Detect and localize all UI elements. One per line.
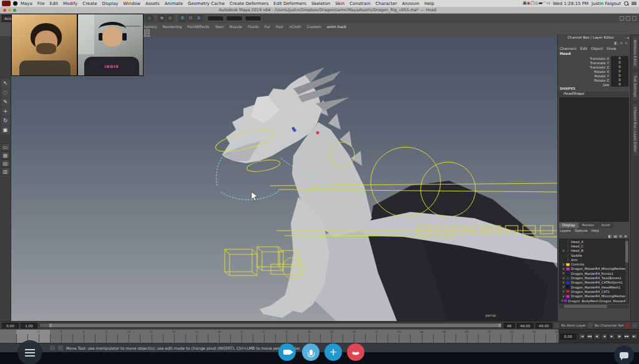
shelf-tab-anim-hack[interactable]: anim hack (327, 24, 346, 29)
layer-row-controls[interactable]: VControls (560, 262, 628, 266)
play-forward-button[interactable]: ▶ (608, 333, 615, 340)
layer-visibility-toggle[interactable]: V (561, 290, 566, 293)
menu-window[interactable]: Window (123, 1, 140, 6)
layer-color-swatch[interactable] (563, 299, 567, 302)
minimize-window-button[interactable] (8, 9, 11, 12)
layer-color-swatch[interactable] (566, 285, 570, 289)
attr-value-field[interactable]: 0 (611, 82, 628, 87)
rig-marker-blue[interactable] (293, 129, 296, 132)
menu-edit-deformers[interactable]: Edit Deformers (273, 1, 306, 6)
layer-color-swatch[interactable] (566, 263, 570, 266)
empty-layer-icon[interactable]: ▤ (613, 234, 617, 238)
anim-layer-label[interactable]: No Anim Layer (561, 323, 586, 327)
shelf-tab-fluids[interactable]: Fluids (248, 24, 259, 29)
menu-animate[interactable]: Animate (165, 1, 183, 6)
layer-visibility-toggle[interactable]: V (561, 295, 566, 298)
attr-value-field[interactable]: 0 (611, 74, 628, 78)
channel-menu-show[interactable]: Show (607, 47, 617, 50)
animation-start-field[interactable]: 0.00 (2, 323, 19, 328)
dragon-model[interactable] (222, 67, 557, 321)
battery-icon[interactable]: ▬ (539, 1, 543, 6)
layout-persp-outliner-icon[interactable]: ▤ (1, 160, 10, 167)
menu-maya[interactable]: Maya (21, 1, 32, 6)
step-back-frame-button[interactable]: ◀| (593, 333, 600, 340)
play-backward-button[interactable]: ◀ (601, 333, 608, 340)
go-to-start-button[interactable]: |◀ (578, 333, 585, 340)
layer-list-hscrollbar[interactable] (559, 304, 629, 309)
close-window-button[interactable] (3, 9, 6, 12)
channel-menu-edit[interactable]: Edit (580, 47, 587, 50)
layer-menu-help[interactable]: Help (592, 229, 599, 232)
attr-value-field[interactable]: 0 (611, 69, 628, 74)
layout-single-pane-icon[interactable]: ▭ (1, 143, 10, 151)
quick-select-field-3[interactable] (245, 16, 261, 21)
panel-menu-icon[interactable]: ▾ (627, 36, 629, 40)
playback-start-field[interactable]: 1.00 (21, 323, 37, 328)
layer-tab-render[interactable]: Render (579, 223, 598, 228)
menubar-user[interactable]: Justin Faigout (592, 1, 621, 6)
layer-visibility-toggle[interactable]: V (561, 263, 566, 266)
shelf-tab-toon[interactable]: Toon (215, 24, 223, 29)
menu-geometry-cache[interactable]: Geometry Cache (188, 1, 225, 6)
new-layer-icon[interactable]: ⊞ (619, 234, 622, 238)
video-call-button[interactable] (278, 343, 296, 361)
camera-label[interactable]: persp (485, 313, 496, 317)
construction-history-icon[interactable]: ⊙ (167, 15, 173, 22)
menu-skin[interactable]: Skin (335, 1, 344, 6)
apple-menu-icon[interactable] (13, 1, 17, 6)
layer-visibility-toggle[interactable]: V (561, 272, 566, 275)
channel-hyperbolic-icon[interactable]: ∿ (625, 41, 628, 46)
layer-list-scrollbar[interactable] (625, 239, 628, 303)
layer-row-dragon-masterr4-twistbones1[interactable]: VDragon_MasterR4_TwistBones1 (560, 275, 628, 280)
layer-row-head-a[interactable]: /Head_A (560, 239, 628, 244)
select-tool-icon[interactable]: ↖ (1, 79, 10, 88)
shelf-tab-ncloth[interactable]: nCloth (289, 24, 301, 29)
menu-constrain[interactable]: Constrain (349, 1, 371, 6)
layer-color-swatch[interactable]: / (566, 249, 570, 252)
workspace-button-3[interactable] (632, 16, 637, 21)
character-set-label[interactable]: No Character Set (595, 323, 623, 327)
shape-node-name[interactable]: HeadShape (558, 92, 628, 97)
viewport[interactable]: persp (11, 36, 557, 321)
chat-button[interactable] (614, 345, 634, 364)
paint-select-tool-icon[interactable]: ✎ (1, 98, 10, 107)
layer-visibility-toggle[interactable]: V (561, 249, 566, 252)
layer-visibility-toggle[interactable]: V (561, 281, 566, 284)
layer-row-dragon-masterr4-missingmeshes1[interactable]: VDragon_MasterR4_MissingMeshes1 (560, 267, 628, 271)
layer-visibility-toggle[interactable]: V (561, 277, 566, 280)
time-slider[interactable]: 2468101214161820222426283032343638404244… (0, 329, 559, 343)
spotlight-search-icon[interactable] (624, 1, 628, 6)
layer-row-dragon-masterr4-cat1[interactable]: VDragon_MasterR4_CAT1 (560, 289, 628, 294)
menu-create-deformers[interactable]: Create Deformers (230, 1, 268, 6)
shelf-tab-muscle[interactable]: Muscle (229, 24, 242, 29)
auto-keyframe-icon[interactable] (625, 323, 630, 328)
channel-menu-channels[interactable]: Channels (560, 47, 577, 50)
layer-color-swatch[interactable] (566, 277, 570, 280)
menu-modify[interactable]: Modify (63, 1, 77, 6)
attr-value-field[interactable]: 0 (611, 56, 628, 60)
command-line-icon[interactable] (50, 345, 55, 350)
animation-end-field[interactable]: 48.00 (535, 323, 552, 328)
layer-row-head-c[interactable]: /Head_C (560, 244, 628, 248)
new-layer-from-selected-icon[interactable]: ⊕ (624, 234, 627, 238)
step-back-key-button[interactable]: ◀◀ (586, 333, 593, 340)
menu-display[interactable]: Display (102, 1, 119, 6)
render-icon[interactable]: ⊞ (179, 15, 186, 22)
shelf-tab-hair[interactable]: Hair (276, 24, 283, 29)
range-end-handle-field[interactable]: 48 (504, 323, 515, 328)
rotate-tool-icon[interactable]: ↻ (1, 117, 10, 125)
menubar-clock[interactable]: Wed 1:28:15 PM (553, 1, 588, 6)
menu-file[interactable]: File (37, 1, 45, 6)
layer-color-swatch[interactable] (566, 281, 570, 284)
workspace-button-1[interactable] (620, 16, 624, 21)
go-to-end-button[interactable]: ▶| (631, 333, 638, 340)
menu-anzovin[interactable]: Anzovin (402, 1, 419, 6)
rig-marker-red[interactable] (316, 132, 320, 135)
attr-value-field[interactable]: 0 (611, 78, 628, 82)
call-menu-button[interactable] (17, 340, 42, 364)
layer-row-dragon-masterr4-points1[interactable]: VDragon_MasterR4_Points1 (560, 271, 628, 275)
attr-value-field[interactable]: 0 (611, 60, 628, 65)
mute-microphone-button[interactable] (302, 343, 320, 361)
notification-center-icon[interactable] (632, 1, 637, 6)
quick-select-field-1[interactable] (207, 16, 224, 21)
